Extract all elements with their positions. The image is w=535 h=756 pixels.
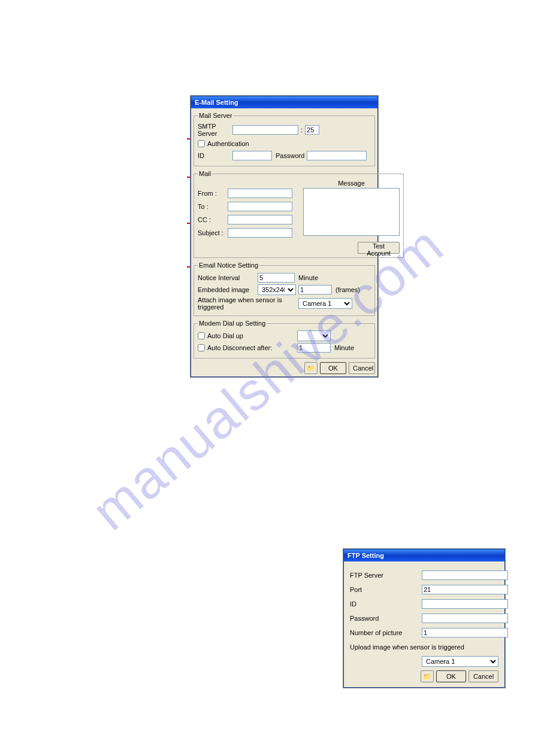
auto-dialup-label: Auto Dial up xyxy=(207,332,297,339)
ftp-port-input[interactable] xyxy=(422,585,508,594)
mail-server-group: Mail Server SMTP Server : Authentication… xyxy=(194,112,375,166)
subject-input[interactable] xyxy=(228,228,292,238)
ftp-folder-icon-button[interactable]: 📁 xyxy=(421,670,434,682)
smtp-server-input[interactable] xyxy=(232,125,298,135)
auto-disconnect-input[interactable] xyxy=(297,343,331,353)
from-label: From : xyxy=(198,190,228,197)
mail-legend: Mail xyxy=(198,170,212,177)
password-label: Password xyxy=(276,152,304,159)
ftp-id-input[interactable] xyxy=(422,599,508,609)
ftp-server-input[interactable] xyxy=(422,570,508,580)
embedded-size-select[interactable]: 352x240 xyxy=(258,284,296,295)
notice-interval-label: Notice Interval xyxy=(198,274,258,281)
password-input[interactable] xyxy=(307,151,367,160)
ftp-setting-dialog: FTP Setting FTP Server Port ID Password … xyxy=(343,549,505,688)
modem-dialup-group: Modem Dial up Setting Auto Dial up Auto … xyxy=(194,320,375,359)
message-textarea[interactable] xyxy=(303,188,400,236)
id-input[interactable] xyxy=(232,151,272,160)
auto-disconnect-unit: Minute xyxy=(334,344,354,351)
cc-label: CC : xyxy=(198,216,228,223)
ftp-numpic-label: Number of picture xyxy=(350,629,422,636)
folder-icon: 📁 xyxy=(307,365,315,372)
email-dialog-titlebar[interactable]: E-Mail Setting xyxy=(191,96,377,108)
embedded-frames-input[interactable] xyxy=(298,285,332,294)
to-input[interactable] xyxy=(228,202,292,211)
attach-image-label: Attach image when sensor is triggered xyxy=(198,296,298,311)
ftp-ok-button[interactable]: OK xyxy=(436,670,466,682)
to-label: To : xyxy=(198,203,228,210)
attach-camera-select[interactable]: Camera 1 xyxy=(298,298,352,309)
auto-dialup-checkbox[interactable] xyxy=(198,332,205,339)
auto-disconnect-label: Auto Disconnect after: xyxy=(207,344,297,351)
ftp-upload-label: Upload image when sensor is triggered xyxy=(350,643,464,651)
ftp-password-input[interactable] xyxy=(422,614,508,623)
ftp-numpic-input[interactable] xyxy=(422,628,508,637)
auto-disconnect-checkbox[interactable] xyxy=(198,344,205,351)
notice-interval-input[interactable] xyxy=(258,273,295,283)
mail-server-legend: Mail Server xyxy=(198,112,234,119)
ftp-server-label: FTP Server xyxy=(350,572,422,579)
ftp-dialog-titlebar[interactable]: FTP Setting xyxy=(344,549,504,561)
email-notice-group: Email Notice Setting Notice Interval Min… xyxy=(194,262,375,316)
ftp-password-label: Password xyxy=(350,615,422,622)
ftp-dialog-title: FTP Setting xyxy=(347,552,384,559)
cc-input[interactable] xyxy=(228,215,292,224)
test-account-button[interactable]: Test Account xyxy=(358,242,400,254)
ok-button[interactable]: OK xyxy=(320,362,346,374)
ftp-camera-select[interactable]: Camera 1 xyxy=(422,656,498,667)
authentication-label: Authentication xyxy=(207,140,249,147)
id-label: ID xyxy=(198,152,232,159)
email-dialog-title: E-Mail Setting xyxy=(195,99,238,106)
colon-separator: : xyxy=(301,126,303,133)
authentication-checkbox[interactable] xyxy=(198,140,205,147)
ftp-port-label: Port xyxy=(350,586,422,593)
email-notice-legend: Email Notice Setting xyxy=(198,262,259,269)
frames-unit-label: (frames) xyxy=(335,286,360,293)
from-input[interactable] xyxy=(228,189,292,198)
auto-dialup-select[interactable] xyxy=(297,330,331,341)
subject-label: Subject : xyxy=(198,229,228,236)
folder-icon: 📁 xyxy=(423,673,431,681)
message-label: Message xyxy=(303,180,400,187)
ftp-id-label: ID xyxy=(350,600,422,608)
notice-interval-unit: Minute xyxy=(298,274,318,281)
smtp-port-input[interactable] xyxy=(305,125,319,135)
modem-dialup-legend: Modem Dial up Setting xyxy=(198,320,267,327)
email-setting-dialog: E-Mail Setting Mail Server SMTP Server :… xyxy=(191,96,378,377)
cancel-button[interactable]: Cancel xyxy=(349,362,375,374)
embedded-image-label: Embedded image xyxy=(198,286,258,293)
mail-group: Mail x From : To : CC : xyxy=(194,170,404,258)
folder-icon-button[interactable]: 📁 xyxy=(304,362,318,374)
ftp-cancel-button[interactable]: Cancel xyxy=(468,670,498,682)
smtp-server-label: SMTP Server xyxy=(198,123,232,137)
